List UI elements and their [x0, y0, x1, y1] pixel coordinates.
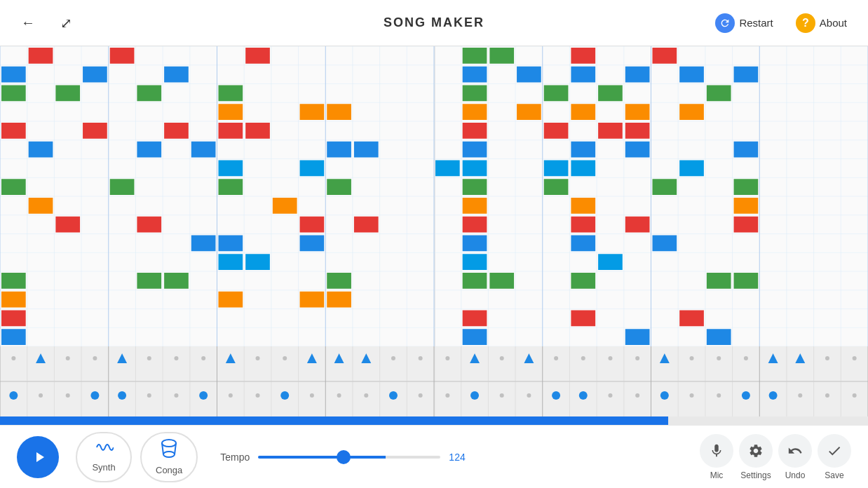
synth-icon — [94, 439, 114, 459]
restart-label: Restart — [739, 17, 773, 29]
about-button[interactable]: ? About — [789, 9, 854, 37]
tempo-slider[interactable] — [258, 456, 440, 459]
header-right: Restart ? About — [708, 9, 854, 37]
settings-control[interactable]: Settings — [739, 434, 773, 480]
save-control[interactable]: Save — [818, 434, 851, 480]
mic-button[interactable] — [700, 434, 733, 468]
svg-point-3 — [163, 452, 175, 457]
song-grid[interactable] — [0, 46, 868, 416]
header-left: ← ⤢ — [14, 11, 79, 36]
back-button[interactable]: ← — [14, 11, 42, 35]
synth-label: Synth — [92, 462, 115, 473]
conga-label: Conga — [156, 465, 182, 475]
move-button[interactable]: ⤢ — [53, 11, 79, 36]
mic-label: Mic — [710, 470, 724, 480]
play-icon — [31, 449, 48, 466]
about-label: About — [820, 17, 847, 29]
settings-label: Settings — [740, 470, 771, 480]
synth-button[interactable]: Synth — [76, 432, 132, 482]
grid-container[interactable] — [0, 46, 868, 416]
tempo-label: Tempo — [220, 452, 250, 463]
mic-icon — [709, 443, 724, 459]
instrument-group: Synth Conga — [76, 432, 198, 482]
undo-label: Undo — [785, 470, 806, 480]
undo-button[interactable] — [778, 434, 812, 468]
undo-icon — [787, 443, 803, 459]
save-label: Save — [825, 470, 843, 480]
move-icon: ⤢ — [60, 15, 72, 32]
toolbar: Synth Conga Tempo 124 — [0, 425, 868, 488]
save-icon — [827, 443, 842, 459]
conga-icon — [161, 439, 177, 462]
back-icon: ← — [21, 15, 35, 31]
page-title: SONG MAKER — [384, 15, 484, 30]
mic-control[interactable]: Mic — [700, 434, 733, 480]
about-icon: ? — [796, 13, 815, 33]
settings-icon — [748, 443, 764, 459]
right-controls: Mic Settings Undo Sa — [700, 434, 851, 480]
save-button[interactable] — [818, 434, 851, 468]
tempo-value: 124 — [449, 452, 470, 463]
play-button[interactable] — [17, 436, 59, 478]
progress-bar-fill — [0, 416, 668, 425]
progress-bar-area — [0, 416, 868, 425]
tempo-group: Tempo 124 — [220, 452, 700, 463]
header: ← ⤢ SONG MAKER Restart ? About — [0, 0, 868, 46]
conga-button[interactable]: Conga — [140, 432, 198, 482]
undo-control[interactable]: Undo — [778, 434, 812, 480]
settings-button[interactable] — [739, 434, 773, 468]
restart-button[interactable]: Restart — [708, 9, 780, 37]
restart-icon — [715, 13, 735, 33]
svg-point-0 — [162, 440, 176, 447]
